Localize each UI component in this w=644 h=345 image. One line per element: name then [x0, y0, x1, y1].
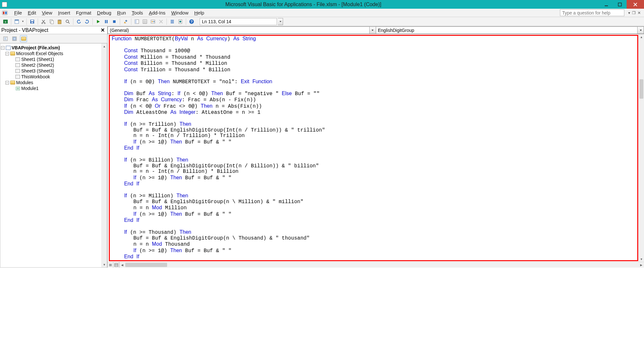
tree-excel-objects[interactable]: − Microsoft Excel Objects: [1, 51, 106, 56]
toggle-icon[interactable]: −: [1, 46, 5, 50]
project-pane-close-button[interactable]: ×: [99, 26, 106, 34]
object-dropdown[interactable]: (General): [108, 26, 376, 34]
project-pane-title: Project - VBAProject: [1, 27, 48, 33]
paste-button[interactable]: [56, 18, 63, 25]
scroll-down-icon[interactable]: ▼: [639, 256, 644, 262]
tree-sheet1[interactable]: Sheet1 (Sheet1): [1, 56, 106, 62]
menu-debug[interactable]: Debug: [94, 9, 114, 16]
app-system-icon[interactable]: [2, 2, 7, 7]
module-icon: [15, 86, 20, 91]
help-search-input[interactable]: [560, 9, 624, 16]
tree-modules-label: Modules: [16, 80, 33, 85]
svg-rect-4: [5, 12, 7, 14]
sheet-icon: [15, 63, 20, 67]
scrollbar-thumb[interactable]: [125, 263, 167, 267]
tree-root[interactable]: − VBAProject (File.xlsm): [1, 45, 106, 51]
svg-rect-17: [59, 20, 61, 21]
procedure-view-button[interactable]: [108, 262, 113, 268]
toggle-folders-button[interactable]: [20, 35, 27, 42]
code-horizontal-scrollbar[interactable]: ◀ ▶: [119, 262, 644, 268]
close-button[interactable]: [627, 0, 644, 9]
toggle-icon[interactable]: −: [5, 81, 9, 84]
toggle-icon[interactable]: −: [5, 52, 9, 55]
redo-button[interactable]: [83, 18, 90, 25]
cursor-field-dropdown[interactable]: [278, 18, 283, 25]
svg-rect-11: [31, 22, 33, 23]
mdi-minimize-icon[interactable]: ▾: [628, 11, 630, 15]
project-explorer-button[interactable]: [133, 18, 140, 25]
reset-button[interactable]: [111, 18, 118, 25]
svg-text:?: ?: [191, 20, 193, 24]
project-tree-scrollbar[interactable]: ▲ ▼: [101, 44, 107, 267]
minimize-button[interactable]: [600, 0, 613, 9]
tree-excel-objects-label: Microsoft Excel Objects: [16, 51, 63, 56]
dropdown-arrow-icon[interactable]: [369, 27, 376, 34]
sheet-icon: [15, 69, 20, 73]
scroll-right-icon[interactable]: ▶: [639, 262, 644, 268]
svg-point-18: [66, 20, 69, 23]
tree-sheet3-label: Sheet3 (Sheet3): [21, 68, 54, 74]
scroll-down-icon[interactable]: ▼: [102, 262, 107, 267]
undo-button[interactable]: [75, 18, 82, 25]
tree-thisworkbook-label: ThisWorkbook: [21, 74, 50, 79]
view-object-button[interactable]: [11, 35, 18, 42]
find-button[interactable]: [64, 18, 71, 25]
tab-order-button[interactable]: [169, 18, 176, 25]
mdi-close-icon[interactable]: ✕: [638, 11, 641, 15]
view-excel-button[interactable]: X: [2, 18, 9, 25]
menu-format[interactable]: Format: [73, 9, 94, 16]
scroll-up-icon[interactable]: ▲: [639, 34, 644, 40]
scroll-left-icon[interactable]: ◀: [119, 262, 125, 268]
svg-rect-24: [135, 20, 137, 24]
insert-module-button[interactable]: [13, 18, 20, 25]
dropdown-arrow-icon[interactable]: [637, 27, 644, 34]
cursor-position-field: Ln 113, Col 14: [200, 18, 277, 25]
code-dropdowns-bar: (General) EnglishDigitGroup: [108, 26, 644, 34]
scroll-up-icon[interactable]: ▲: [102, 44, 107, 49]
menu-bar: File Edit View Insert Format Debug Run T…: [0, 9, 644, 17]
title-bar: Microsoft Visual Basic for Applications …: [0, 0, 644, 9]
svg-rect-10: [31, 20, 33, 21]
tree-thisworkbook[interactable]: ThisWorkbook: [1, 74, 106, 80]
bookmarks-button[interactable]: [177, 18, 184, 25]
tree-sheet3[interactable]: Sheet3 (Sheet3): [1, 68, 106, 74]
mdi-restore-icon[interactable]: ❐: [632, 11, 636, 15]
menu-help[interactable]: Help: [192, 9, 207, 16]
menu-insert[interactable]: Insert: [55, 9, 73, 16]
procedure-dropdown[interactable]: EnglishDigitGroup: [376, 26, 644, 34]
full-module-view-button[interactable]: [113, 262, 119, 268]
svg-rect-0: [605, 5, 608, 6]
save-button[interactable]: [29, 18, 36, 25]
menu-tools[interactable]: Tools: [129, 9, 146, 16]
menu-file[interactable]: File: [12, 9, 24, 16]
maximize-button[interactable]: [613, 0, 627, 9]
code-editor[interactable]: Function NUMBERTOTEXT(ByVal n As Currenc…: [108, 34, 644, 262]
object-browser-button[interactable]: [149, 18, 156, 25]
menu-view[interactable]: View: [39, 9, 55, 16]
break-button[interactable]: [103, 18, 110, 25]
menu-run[interactable]: Run: [115, 9, 129, 16]
menu-edit[interactable]: Edit: [25, 9, 39, 16]
scrollbar-thumb[interactable]: [639, 79, 643, 99]
toolbox-button[interactable]: [157, 18, 165, 25]
code-viewport[interactable]: Function NUMBERTOTEXT(ByVal n As Currenc…: [110, 36, 637, 260]
menu-window[interactable]: Window: [169, 9, 191, 16]
copy-button[interactable]: [48, 18, 55, 25]
run-button[interactable]: [95, 18, 102, 25]
code-vertical-scrollbar[interactable]: ▲ ▼: [639, 34, 644, 262]
view-code-button[interactable]: [2, 35, 9, 42]
tree-module1[interactable]: Module1: [1, 85, 106, 91]
properties-button[interactable]: [141, 18, 148, 25]
help-button[interactable]: ?: [188, 18, 195, 25]
svg-rect-21: [113, 20, 116, 23]
design-mode-button[interactable]: [122, 18, 129, 25]
code-bottom-bar: ◀ ▶: [108, 262, 644, 268]
tree-modules[interactable]: − Modules: [1, 80, 106, 85]
tree-sheet2[interactable]: Sheet2 (Sheet2): [1, 62, 106, 68]
svg-rect-1: [618, 3, 621, 6]
code-text[interactable]: Function NUMBERTOTEXT(ByVal n As Currenc…: [110, 36, 637, 260]
project-tree[interactable]: − VBAProject (File.xlsm) − Microsoft Exc…: [0, 43, 107, 268]
menu-addins[interactable]: Add-Ins: [146, 9, 168, 16]
insert-dropdown-icon[interactable]: ▼: [21, 20, 24, 23]
cut-button[interactable]: [40, 18, 47, 25]
